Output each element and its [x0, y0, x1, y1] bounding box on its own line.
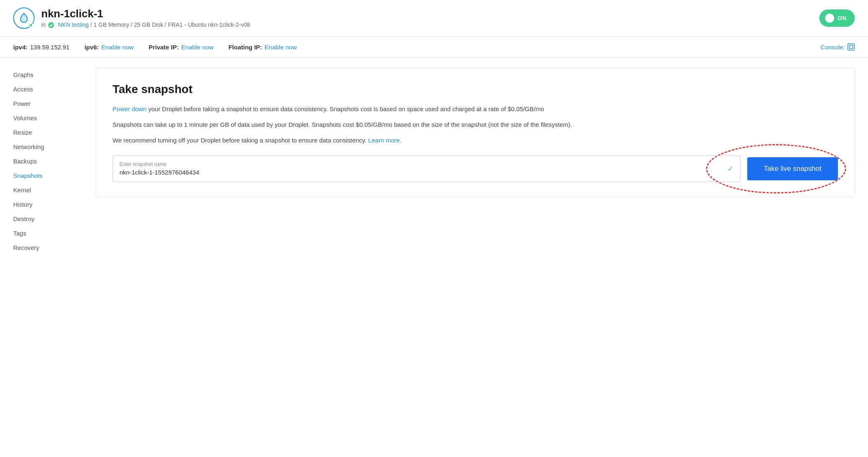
- sidebar-item-volumes[interactable]: Volumes: [0, 111, 82, 125]
- sidebar-item-access[interactable]: Access: [0, 82, 82, 96]
- snapshot-input-label: Enter snapshot name: [120, 161, 720, 167]
- sidebar-item-graphs[interactable]: Graphs: [0, 68, 82, 82]
- checkmark-icon: ✓: [727, 164, 734, 173]
- sidebar-item-recovery[interactable]: Recovery: [0, 240, 82, 255]
- description-3: We recommend turning off your Droplet be…: [113, 135, 838, 145]
- snapshot-card: Take snapshot Power down your Droplet be…: [96, 68, 855, 197]
- toggle-circle: [825, 14, 834, 23]
- project-link[interactable]: NKN testing: [58, 21, 89, 28]
- ipv6-label: ipv6:: [84, 44, 99, 51]
- floating-ip-label: Floating IP:: [228, 44, 262, 51]
- status-indicator: [29, 23, 33, 27]
- floating-ip-item: Floating IP: Enable now: [228, 44, 297, 51]
- sidebar-item-networking[interactable]: Networking: [0, 140, 82, 154]
- power-toggle[interactable]: ON: [819, 9, 855, 27]
- ipv4-item: ipv4: 139.59.152.91: [13, 44, 70, 51]
- description-1: Power down your Droplet before taking a …: [113, 104, 838, 114]
- droplet-name: nkn-1click-1: [41, 7, 819, 20]
- description-1-post: your Droplet before taking a snapshot to…: [147, 105, 544, 112]
- description-3-pre: We recommend turning off your Droplet be…: [113, 137, 368, 144]
- content-area: Take snapshot Power down your Droplet be…: [82, 58, 868, 449]
- console-link[interactable]: Console:: [821, 43, 855, 51]
- sidebar-item-power[interactable]: Power: [0, 96, 82, 111]
- sidebar-item-kernel[interactable]: Kernel: [0, 183, 82, 197]
- ipv4-label: ipv4:: [13, 44, 28, 51]
- take-snapshot-button[interactable]: Take live snapshot: [747, 157, 838, 180]
- console-icon: [847, 43, 855, 51]
- droplet-subtitle: in NKN testing / 1 GB Memory / 25 GB Dis…: [41, 21, 819, 29]
- sidebar-item-snapshots[interactable]: Snapshots: [0, 168, 82, 183]
- svg-rect-2: [849, 45, 853, 49]
- power-status: ON: [838, 15, 847, 21]
- section-title: Take snapshot: [113, 83, 838, 96]
- sidebar-item-history[interactable]: History: [0, 197, 82, 212]
- snapshot-form: Enter snapshot name ✓ Take live snapshot: [113, 155, 838, 182]
- sidebar-item-tags[interactable]: Tags: [0, 226, 82, 240]
- learn-more-link[interactable]: Learn more.: [368, 137, 401, 144]
- subtitle-details: / 1 GB Memory / 25 GB Disk / FRA1 - Ubun…: [90, 21, 250, 28]
- ipv6-item: ipv6: Enable now: [84, 44, 134, 51]
- private-ip-item: Private IP: Enable now: [148, 44, 213, 51]
- description-2: Snapshots can take up to 1 minute per GB…: [113, 120, 838, 130]
- subtitle-pre: in: [41, 21, 46, 28]
- main-layout: Graphs Access Power Volumes Resize Netwo…: [0, 58, 868, 449]
- snapshot-name-input[interactable]: [120, 169, 720, 176]
- console-label: Console:: [821, 44, 845, 51]
- header-info: nkn-1click-1 in NKN testing / 1 GB Memor…: [41, 7, 819, 29]
- ipv4-value: 139.59.152.91: [30, 44, 70, 51]
- private-ip-enable-link[interactable]: Enable now: [181, 44, 213, 51]
- sidebar-item-resize[interactable]: Resize: [0, 125, 82, 140]
- snapshot-input-wrapper: Enter snapshot name ✓: [113, 155, 741, 182]
- droplet-icon: [13, 7, 35, 29]
- ip-bar: ipv4: 139.59.152.91 ipv6: Enable now Pri…: [0, 37, 868, 58]
- ipv6-enable-link[interactable]: Enable now: [101, 44, 134, 51]
- floating-ip-enable-link[interactable]: Enable now: [265, 44, 297, 51]
- svg-point-0: [48, 22, 54, 28]
- project-icon: [47, 21, 55, 29]
- sidebar: Graphs Access Power Volumes Resize Netwo…: [0, 58, 82, 449]
- sidebar-item-backups[interactable]: Backups: [0, 154, 82, 168]
- sidebar-item-destroy[interactable]: Destroy: [0, 212, 82, 226]
- power-down-link[interactable]: Power down: [113, 105, 147, 112]
- private-ip-label: Private IP:: [148, 44, 178, 51]
- header: nkn-1click-1 in NKN testing / 1 GB Memor…: [0, 0, 868, 37]
- svg-rect-1: [848, 44, 854, 50]
